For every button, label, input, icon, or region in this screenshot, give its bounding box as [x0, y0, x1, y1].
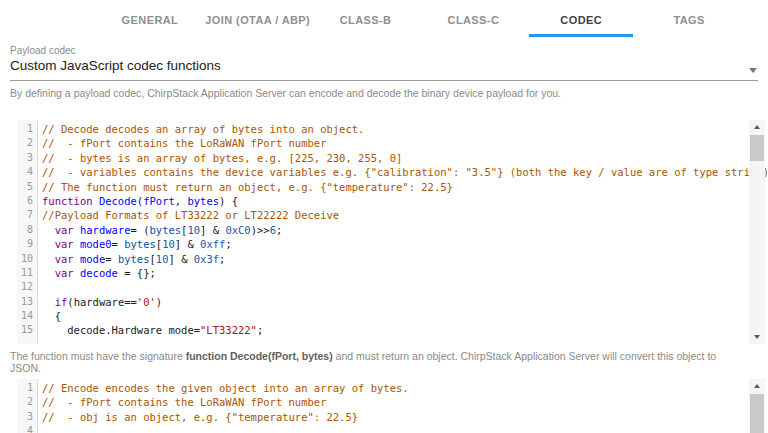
payload-codec-label: Payload codec — [10, 45, 76, 56]
code-text: function Decode(fPort, bytes) { — [38, 194, 238, 208]
tab-label: CLASS-C — [448, 14, 500, 26]
code-text: // - bytes is an array of bytes, e.g. [2… — [38, 151, 402, 165]
code-line: 4// - variables contains the device vari… — [17, 165, 749, 179]
code-line: 8 var hardware= (bytes[10] & 0xC0)>>6; — [17, 223, 749, 237]
code-text: var hardware= (bytes[10] & 0xC0)>>6; — [38, 223, 282, 237]
tab-general[interactable]: GENERAL — [96, 0, 204, 40]
payload-codec-select[interactable]: Custom JavaScript codec functions — [10, 58, 221, 73]
decode-help-text: The function must have the signature fun… — [10, 350, 748, 374]
tab-label: TAGS — [673, 14, 704, 26]
code-line: 1// Decode decodes an array of bytes int… — [17, 122, 749, 136]
line-number: 11 — [17, 266, 38, 280]
tab-label: CLASS-B — [340, 14, 392, 26]
line-number: 1 — [17, 122, 38, 136]
code-text: var mode= bytes[10] & 0x3f; — [38, 252, 225, 266]
tab-class-b[interactable]: CLASS-B — [312, 0, 420, 40]
code-line: 6function Decode(fPort, bytes) { — [17, 194, 749, 208]
code-line: 2// - fPort contains the LoRaWAN fPort n… — [17, 395, 749, 409]
code-text: if(hardware=='0') — [38, 295, 162, 309]
line-number: 2 — [17, 136, 38, 150]
tab-label: CODEC — [560, 14, 602, 26]
chevron-down-icon[interactable] — [749, 68, 757, 73]
code-line: 4 — [17, 424, 749, 433]
code-text: var decode = {}; — [38, 266, 156, 280]
code-text: //Payload Formats of LT33222 or LT22222 … — [38, 208, 339, 222]
line-number: 3 — [17, 410, 38, 424]
encode-code-lines: 1// Encode encodes the given object into… — [17, 381, 749, 433]
line-number: 13 — [17, 295, 38, 309]
scroll-down-icon[interactable] — [749, 330, 765, 344]
code-line: 15 decode.Hardware mode="LT33222"; — [17, 323, 749, 337]
code-line: 3// - obj is an object, e.g. {"temperatu… — [17, 410, 749, 424]
encode-code-editor[interactable]: 1// Encode encodes the given object into… — [17, 379, 765, 433]
code-text: // The function must return an object, e… — [38, 180, 453, 194]
line-number: 4 — [17, 165, 38, 179]
code-line: 7//Payload Formats of LT33222 or LT22222… — [17, 208, 749, 222]
code-text: // Encode encodes the given object into … — [38, 381, 409, 395]
code-line: 12 — [17, 280, 749, 294]
line-number: 15 — [17, 323, 38, 337]
line-number: 7 — [17, 208, 38, 222]
tab-label: GENERAL — [122, 14, 179, 26]
code-text — [38, 424, 42, 433]
tab-tags[interactable]: TAGS — [635, 0, 743, 40]
scroll-up-icon[interactable] — [749, 120, 765, 134]
code-text: { — [38, 309, 61, 323]
scrollbar-thumb[interactable] — [750, 394, 764, 433]
code-text — [38, 280, 42, 294]
decode-code-lines: 1// Decode decodes an array of bytes int… — [17, 122, 749, 338]
line-number: 6 — [17, 194, 38, 208]
code-line: 11 var decode = {}; — [17, 266, 749, 280]
line-number: 8 — [17, 223, 38, 237]
code-text: var mode0= bytes[10] & 0xff; — [38, 237, 232, 251]
line-number: 4 — [17, 424, 38, 433]
scrollbar-thumb[interactable] — [750, 135, 764, 161]
code-text: // - obj is an object, e.g. {"temperatur… — [38, 410, 358, 424]
decode-code-editor[interactable]: 1// Decode decodes an array of bytes int… — [17, 120, 765, 344]
code-text: decode.Hardware mode="LT33222"; — [38, 323, 263, 337]
line-number: 1 — [17, 381, 38, 395]
code-text: // - variables contains the device varia… — [38, 165, 768, 179]
line-number: 14 — [17, 309, 38, 323]
code-line: 9 var mode0= bytes[10] & 0xff; — [17, 237, 749, 251]
active-tab-indicator — [529, 34, 633, 37]
tab-join-otaa-abp[interactable]: JOIN (OTAA / ABP) — [204, 0, 312, 40]
line-number: 9 — [17, 237, 38, 251]
decode-editor-scrollbar[interactable] — [749, 120, 765, 344]
tab-label: JOIN (OTAA / ABP) — [205, 14, 310, 26]
code-line: 2// - fPort contains the LoRaWAN fPort n… — [17, 136, 749, 150]
code-text: // - fPort contains the LoRaWAN fPort nu… — [38, 395, 326, 409]
encode-editor-scrollbar[interactable] — [749, 379, 765, 433]
code-line: 5// The function must return an object, … — [17, 180, 749, 194]
tab-class-c[interactable]: CLASS-C — [419, 0, 527, 40]
line-number: 3 — [17, 151, 38, 165]
tab-codec[interactable]: CODEC — [527, 0, 635, 40]
code-line: 10 var mode= bytes[10] & 0x3f; — [17, 252, 749, 266]
code-line: 13 if(hardware=='0') — [17, 295, 749, 309]
code-line: 3// - bytes is an array of bytes, e.g. [… — [17, 151, 749, 165]
line-number: 2 — [17, 395, 38, 409]
line-number: 5 — [17, 180, 38, 194]
code-line: 1// Encode encodes the given object into… — [17, 381, 749, 395]
line-number: 12 — [17, 280, 38, 294]
select-underline — [10, 80, 758, 81]
code-text: // Decode decodes an array of bytes into… — [38, 122, 364, 136]
code-text: // - fPort contains the LoRaWAN fPort nu… — [38, 136, 326, 150]
payload-codec-help-text: By defining a payload codec, ChirpStack … — [10, 87, 748, 99]
code-line: 14 { — [17, 309, 749, 323]
scroll-up-icon[interactable] — [749, 379, 765, 393]
line-number: 10 — [17, 252, 38, 266]
tab-bar: GENERALJOIN (OTAA / ABP)CLASS-BCLASS-CCO… — [96, 0, 743, 40]
